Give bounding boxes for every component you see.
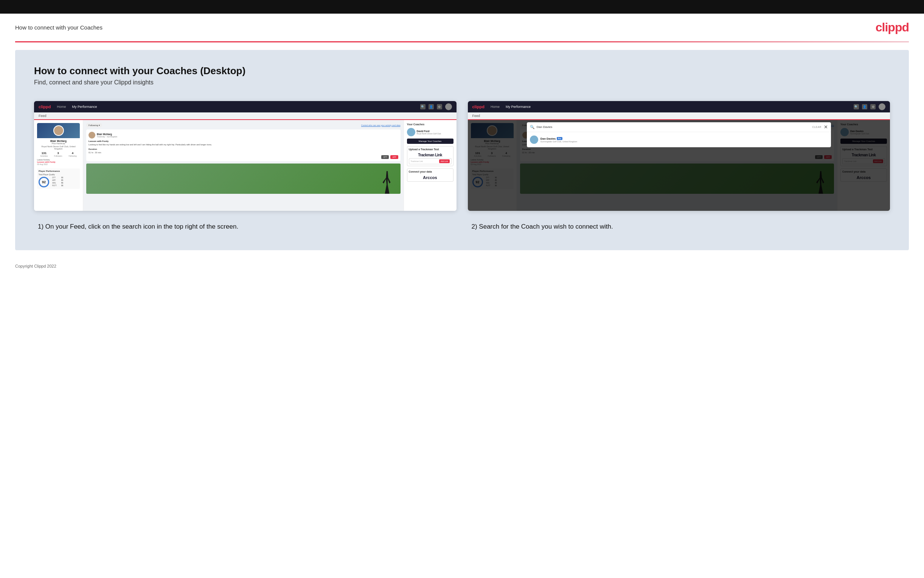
settings-icon-2[interactable]: ⚙	[870, 104, 875, 109]
stat-following: 4 Following	[68, 151, 76, 157]
result-name: Dan Davies Pro	[540, 137, 577, 140]
user-avatar[interactable]	[445, 103, 452, 110]
player-performance-box: Player Performance Total Player Quality …	[37, 169, 80, 189]
nav-my-performance-2: My Performance	[506, 105, 531, 109]
caption-1-text: 1) On your Feed, click on the search ico…	[38, 223, 238, 230]
bar-arg: ARG 86	[52, 182, 63, 184]
profile-handicap: Plus Handicap	[37, 142, 80, 144]
upload-trackman-box: Upload a Trackman Test Trackman Link Tra…	[407, 146, 453, 166]
panel-2: clippd Home My Performance 🔍 👤 ⚙ Feed	[468, 101, 890, 211]
post-avatar	[89, 132, 95, 138]
performance-bars: OTT 90 APP 85	[52, 177, 63, 187]
profile-icon[interactable]: 👤	[429, 104, 434, 109]
caption-row: 1) On your Feed, click on the search ico…	[34, 222, 890, 231]
search-icon[interactable]: 🔍	[420, 104, 426, 109]
header-divider	[15, 41, 909, 42]
connect-data-box: Connect your data Arccos	[407, 169, 453, 182]
post-card: Blair McHarg Yesterday · Sunningdale Les…	[86, 130, 401, 161]
search-icon-overlay: 🔍	[530, 125, 534, 129]
profile-avatar	[53, 125, 64, 136]
sim-logo-1: clippd	[39, 104, 51, 109]
following-row: Following ▾ Control who can see your act…	[86, 123, 401, 127]
footer: Copyright Clippd 2022	[0, 258, 924, 274]
trackman-input[interactable]: Trackman Link Add Link	[409, 158, 451, 164]
panel-1: clippd Home My Performance 🔍 👤 ⚙ Feed	[34, 101, 456, 211]
profile-cover	[37, 123, 80, 138]
screenshot-2: clippd Home My Performance 🔍 👤 ⚙ Feed	[468, 101, 890, 211]
sim-sidebar-1: Blair McHarg Plus Handicap Royal North D…	[34, 120, 83, 211]
post-buttons: OTT APP	[89, 155, 398, 159]
sim-nav-2: clippd Home My Performance 🔍 👤 ⚙	[468, 101, 890, 112]
profile-icon-2[interactable]: 👤	[862, 104, 867, 109]
add-link-btn[interactable]: Add Link	[439, 159, 449, 163]
sim-logo-2: clippd	[473, 104, 484, 109]
profile-club: Royal North Devon Golf Club, United King…	[37, 145, 80, 150]
clippd-logo: clippd	[875, 20, 909, 34]
golf-image	[86, 164, 401, 194]
main-content: How to connect with your Coaches (Deskto…	[15, 50, 909, 250]
bar-putt: PUTT 96	[52, 185, 63, 187]
app-btn[interactable]: APP	[390, 155, 398, 159]
off-btn[interactable]: OTT	[381, 155, 389, 159]
stat-followers: 3 Followers	[54, 151, 62, 157]
sim-nav-icons-2: 🔍 👤 ⚙	[854, 103, 885, 110]
bar-app: APP 85	[52, 179, 63, 181]
sim-feed-area-1: Following ▾ Control who can see your act…	[83, 120, 404, 211]
search-results: Dan Davies Pro Sunningdale Golf Club, Un…	[527, 132, 831, 147]
main-heading: How to connect with your Coaches (Deskto…	[34, 65, 890, 77]
nav-home: Home	[57, 105, 66, 109]
sim-nav-icons-1: 🔍 👤 ⚙	[420, 103, 452, 110]
screenshot-1: clippd Home My Performance 🔍 👤 ⚙ Feed	[34, 101, 456, 211]
nav-my-performance: My Performance	[72, 105, 97, 109]
search-input-text[interactable]: Dan Davies	[537, 125, 810, 129]
post-header: Blair McHarg Yesterday · Sunningdale	[89, 132, 398, 138]
stat-activities: 131 Activities	[40, 151, 48, 157]
panel2-body-wrapper: Blair McHarg Plus Handicap Royal North D…	[468, 120, 890, 211]
search-overlay: 🔍 Dan Davies CLEAR ✕ Dan Davies	[468, 120, 890, 211]
search-icon-2[interactable]: 🔍	[854, 104, 859, 109]
feed-tab[interactable]: Feed	[34, 112, 456, 120]
sim-body-1: Blair McHarg Plus Handicap Royal North D…	[34, 120, 456, 211]
clear-btn[interactable]: CLEAR	[812, 126, 822, 128]
close-search-btn[interactable]: ✕	[824, 124, 828, 130]
user-avatar-2[interactable]	[879, 103, 885, 110]
score-circle: 92	[39, 177, 49, 187]
golfer-silhouette	[382, 171, 393, 194]
top-bar	[0, 0, 924, 14]
caption-2: 2) Search for the Coach you wish to conn…	[468, 222, 890, 231]
panels-row: clippd Home My Performance 🔍 👤 ⚙ Feed	[34, 101, 890, 211]
sim-right-1: Your Coaches David Ford Royal North Devo…	[404, 120, 456, 211]
result-club: Sunningdale Golf Club, United Kingdom	[540, 140, 577, 143]
control-link[interactable]: Control who can see your activity and da…	[361, 124, 401, 127]
coach-avatar	[407, 128, 415, 136]
manage-coaches-btn[interactable]: Manage Your Coaches	[407, 138, 453, 144]
result-avatar	[530, 135, 538, 144]
bar-ott: OTT 90	[52, 177, 63, 179]
profile-stats: 131 Activities 3 Followers 4 Following	[37, 151, 80, 157]
search-bar: 🔍 Dan Davies CLEAR ✕	[527, 122, 831, 132]
nav-home-2: Home	[490, 105, 500, 109]
caption-1: 1) On your Feed, click on the search ico…	[34, 222, 456, 231]
profile-name: Blair McHarg	[37, 140, 80, 142]
latest-activity-section: Latest Activity Lesson with Fordy 03 Aug…	[37, 159, 80, 166]
header: How to connect with your Coaches clippd	[0, 14, 924, 41]
main-subheading: Find, connect and share your Clippd insi…	[34, 79, 890, 86]
following-btn[interactable]: Following ▾	[86, 123, 102, 127]
sim-nav-1: clippd Home My Performance 🔍 👤 ⚙	[34, 101, 456, 112]
settings-icon[interactable]: ⚙	[437, 104, 442, 109]
page-title: How to connect with your Coaches	[15, 24, 102, 31]
result-badge: Pro	[557, 137, 562, 140]
feed-tab-2[interactable]: Feed	[468, 112, 890, 120]
copyright: Copyright Clippd 2022	[15, 264, 57, 268]
search-result-item[interactable]: Dan Davies Pro Sunningdale Golf Club, Un…	[527, 134, 831, 146]
coach-item: David Ford Royal North Devon Golf Club	[407, 128, 453, 136]
caption-2-text: 2) Search for the Coach you wish to conn…	[472, 223, 613, 230]
